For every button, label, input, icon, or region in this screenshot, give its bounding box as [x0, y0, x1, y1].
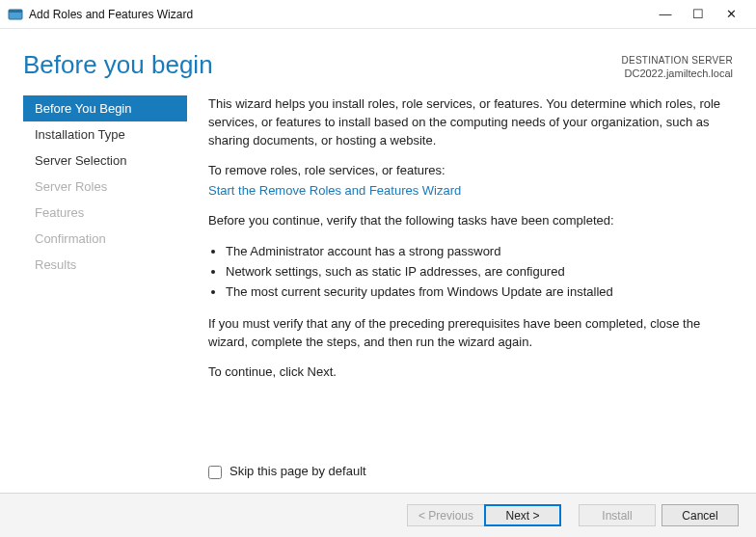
skip-checkbox[interactable] [208, 466, 222, 479]
skip-row: Skip this page by default [208, 455, 729, 493]
svg-rect-1 [9, 10, 22, 13]
verify-intro: Before you continue, verify that the fol… [208, 212, 729, 230]
prereq-list: The Administrator account has a strong p… [208, 241, 729, 304]
destination-server: DESTINATION SERVER DC2022.jamiltech.loca… [621, 50, 733, 80]
next-button[interactable]: Next > [484, 504, 561, 526]
intro-text: This wizard helps you install roles, rol… [208, 95, 729, 150]
nav-features: Features [23, 200, 187, 226]
destination-server-label: DESTINATION SERVER [621, 54, 733, 67]
nav-confirmation: Confirmation [23, 226, 187, 252]
remove-section: To remove roles, role services, or featu… [208, 162, 729, 212]
nav-results: Results [23, 252, 187, 278]
maximize-button[interactable]: ☐ [690, 7, 706, 21]
previous-button: < Previous [407, 504, 484, 526]
skip-label: Skip this page by default [230, 463, 366, 481]
nav-installation-type[interactable]: Installation Type [23, 121, 187, 148]
wizard-icon [8, 7, 23, 22]
prereq-item: The Administrator account has a strong p… [226, 243, 729, 261]
prereq-item: The most current security updates from W… [226, 283, 729, 302]
titlebar: Add Roles and Features Wizard — ☐ ✕ [0, 0, 756, 29]
nav-before-you-begin[interactable]: Before You Begin [23, 95, 187, 121]
header: Before you begin DESTINATION SERVER DC20… [0, 29, 756, 80]
window-title: Add Roles and Features Wizard [29, 8, 658, 21]
verify-note: If you must verify that any of the prece… [208, 315, 729, 352]
minimize-button[interactable]: — [658, 7, 673, 21]
window-controls: — ☐ ✕ [658, 7, 748, 21]
content: This wizard helps you install roles, rol… [187, 92, 733, 493]
prereq-item: Network settings, such as static IP addr… [226, 263, 729, 282]
remove-label: To remove roles, role services, or featu… [208, 163, 446, 177]
install-button: Install [579, 504, 656, 526]
button-bar: < Previous Next > Install Cancel [0, 493, 756, 537]
nav-server-roles: Server Roles [23, 174, 187, 200]
page-title: Before you begin [23, 50, 621, 80]
continue-note: To continue, click Next. [208, 363, 729, 382]
remove-roles-link[interactable]: Start the Remove Roles and Features Wiza… [208, 182, 729, 201]
cancel-button[interactable]: Cancel [662, 504, 739, 526]
body: Before You Begin Installation Type Serve… [0, 80, 756, 493]
nav-server-selection[interactable]: Server Selection [23, 148, 187, 174]
close-button[interactable]: ✕ [723, 7, 739, 21]
wizard-nav: Before You Begin Installation Type Serve… [23, 92, 187, 493]
destination-server-name: DC2022.jamiltech.local [621, 67, 733, 80]
